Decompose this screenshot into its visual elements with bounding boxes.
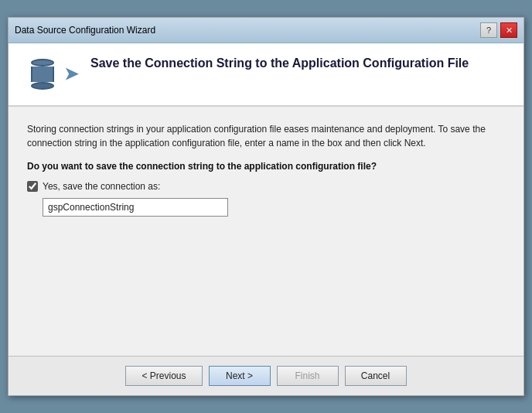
spacer	[27, 217, 505, 340]
title-bar-left: Data Source Configuration Wizard	[15, 25, 155, 36]
arrow-icon: ➤	[64, 64, 78, 84]
save-checkbox-row: Yes, save the connection as:	[27, 181, 505, 192]
previous-button[interactable]: < Previous	[125, 366, 202, 386]
header-section: ➤ Save the Connection String to the Appl…	[9, 43, 523, 107]
title-bar-controls: ? ✕	[480, 22, 517, 38]
finish-button[interactable]: Finish	[277, 366, 339, 386]
question-text: Do you want to save the connection strin…	[27, 161, 505, 172]
database-icon	[24, 56, 61, 93]
close-button[interactable]: ✕	[500, 22, 517, 38]
window-title: Data Source Configuration Wizard	[15, 25, 155, 36]
cancel-button[interactable]: Cancel	[345, 366, 407, 386]
help-button[interactable]: ?	[480, 22, 497, 38]
cylinder	[31, 59, 54, 90]
header-icon: ➤	[24, 56, 78, 93]
cylinder-body	[31, 67, 54, 82]
next-button[interactable]: Next >	[209, 366, 271, 386]
content-area: Storing connection strings in your appli…	[9, 107, 523, 356]
main-window: Data Source Configuration Wizard ? ✕ ➤ S…	[8, 17, 524, 396]
checkbox-label: Yes, save the connection as:	[43, 181, 160, 192]
cylinder-bottom	[31, 82, 54, 90]
header-title: Save the Connection String to the Applic…	[90, 56, 469, 72]
title-bar: Data Source Configuration Wizard ? ✕	[9, 18, 523, 43]
save-checkbox[interactable]	[27, 181, 38, 192]
cylinder-top	[31, 59, 54, 67]
connection-name-input[interactable]	[43, 198, 228, 217]
footer: < Previous Next > Finish Cancel	[9, 356, 523, 395]
description-text: Storing connection strings in your appli…	[27, 122, 505, 150]
